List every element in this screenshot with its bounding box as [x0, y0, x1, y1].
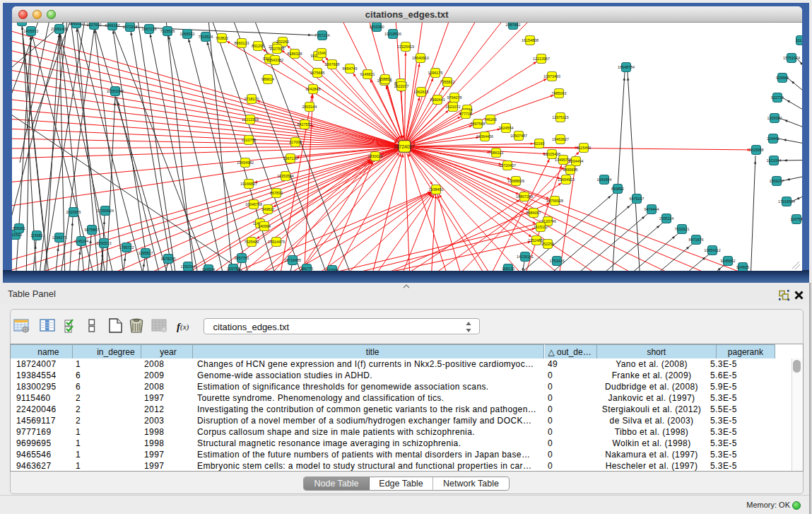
- svg-text:10654112: 10654112: [704, 248, 721, 252]
- svg-text:140994: 140994: [258, 224, 271, 228]
- svg-text:15716485: 15716485: [284, 258, 301, 262]
- svg-text:10973493: 10973493: [543, 74, 560, 78]
- svg-text:18724007: 18724007: [394, 144, 415, 149]
- svg-text:115682: 115682: [30, 233, 43, 238]
- svg-text:16154808: 16154808: [522, 38, 539, 42]
- svg-text:1621072: 1621072: [446, 105, 461, 109]
- svg-text:1071918: 1071918: [123, 25, 138, 29]
- svg-text:867833: 867833: [270, 191, 283, 195]
- svg-text:3215958: 3215958: [749, 148, 764, 152]
- svg-text:9657791: 9657791: [235, 256, 249, 260]
- svg-text:1003380: 1003380: [370, 25, 384, 29]
- svg-text:7625402: 7625402: [245, 240, 259, 244]
- svg-text:922734: 922734: [771, 95, 784, 100]
- svg-text:1405572: 1405572: [15, 23, 30, 23]
- svg-text:12975115: 12975115: [552, 115, 569, 119]
- svg-text:62160: 62160: [534, 141, 545, 146]
- svg-text:349822: 349822: [261, 207, 274, 211]
- svg-text:12213369: 12213369: [242, 117, 259, 122]
- svg-text:8427552: 8427552: [298, 122, 312, 127]
- svg-text:10543382: 10543382: [266, 58, 283, 62]
- svg-text:1569297: 1569297: [770, 179, 784, 183]
- svg-text:1640954: 1640954: [597, 177, 612, 182]
- svg-text:12213967: 12213967: [533, 57, 550, 61]
- svg-text:14136141: 14136141: [517, 255, 534, 259]
- svg-text:855061: 855061: [13, 226, 25, 230]
- svg-text:10507487: 10507487: [510, 134, 527, 138]
- svg-text:1678275: 1678275: [161, 257, 176, 261]
- svg-text:11124: 11124: [796, 38, 802, 42]
- svg-text:19654923: 19654923: [558, 177, 575, 182]
- svg-text:17016504: 17016504: [778, 199, 795, 204]
- svg-text:1096175: 1096175: [428, 71, 443, 75]
- svg-text:168133: 168133: [502, 267, 514, 271]
- svg-text:6466160: 6466160: [105, 23, 120, 28]
- svg-text:9242848: 9242848: [306, 87, 321, 91]
- svg-text:893892: 893892: [611, 187, 624, 191]
- svg-text:9084067: 9084067: [526, 211, 541, 215]
- svg-text:(x): (x): [180, 322, 189, 332]
- svg-text:124441: 124441: [767, 136, 779, 141]
- svg-text:10688609: 10688609: [507, 179, 524, 183]
- svg-text:18807249: 18807249: [516, 194, 533, 199]
- svg-text:116753: 116753: [790, 217, 801, 221]
- svg-text:763822: 763822: [216, 36, 228, 40]
- svg-text:7386322: 7386322: [489, 151, 504, 155]
- svg-text:16914479: 16914479: [268, 240, 285, 244]
- svg-text:746266: 746266: [484, 117, 497, 122]
- svg-text:1405572: 1405572: [24, 29, 39, 33]
- svg-text:7485063: 7485063: [552, 91, 567, 95]
- svg-text:8660123: 8660123: [235, 41, 249, 45]
- svg-text:1795722: 1795722: [119, 245, 134, 250]
- svg-text:7515526: 7515526: [199, 35, 213, 39]
- svg-text:2020655: 2020655: [66, 210, 81, 214]
- svg-text:1830029: 1830029: [368, 154, 383, 158]
- svg-text:19166827: 19166827: [240, 182, 257, 186]
- svg-text:9699695: 9699695: [563, 168, 578, 172]
- svg-text:232260: 232260: [276, 40, 289, 44]
- svg-text:13325419: 13325419: [397, 45, 414, 49]
- svg-text:1290513: 1290513: [97, 241, 112, 245]
- svg-text:1527602: 1527602: [87, 23, 102, 27]
- svg-text:7355812: 7355812: [440, 80, 455, 84]
- svg-text:186775: 186775: [300, 267, 313, 271]
- svg-text:17359924: 17359924: [97, 209, 114, 213]
- svg-text:1065527: 1065527: [69, 23, 84, 25]
- svg-text:137064: 137064: [326, 268, 339, 271]
- svg-text:9115460: 9115460: [577, 146, 592, 150]
- svg-text:1362615: 1362615: [414, 90, 429, 94]
- svg-text:3624554: 3624554: [499, 126, 514, 130]
- svg-text:19654982: 19654982: [237, 160, 254, 165]
- svg-text:2803144: 2803144: [302, 105, 317, 109]
- svg-text:317006: 317006: [289, 140, 302, 144]
- svg-text:2367608: 2367608: [325, 62, 340, 66]
- svg-text:6497568: 6497568: [471, 122, 486, 126]
- svg-text:1294275: 1294275: [52, 235, 67, 240]
- svg-text:9245652: 9245652: [721, 259, 736, 263]
- svg-text:1021064: 1021064: [767, 158, 782, 163]
- svg-text:10756928: 10756928: [546, 199, 563, 203]
- svg-text:3267130: 3267130: [283, 156, 298, 160]
- svg-text:1667138: 1667138: [142, 27, 157, 31]
- svg-text:24364436: 24364436: [476, 134, 493, 139]
- svg-text:11353594: 11353594: [277, 174, 294, 178]
- svg-text:1010755: 1010755: [242, 138, 257, 142]
- svg-text:252254: 252254: [541, 242, 554, 246]
- svg-text:10046768: 10046768: [245, 202, 262, 206]
- svg-text:1095817: 1095817: [139, 251, 153, 255]
- svg-text:2718170: 2718170: [245, 97, 259, 101]
- svg-text:15720407: 15720407: [499, 163, 516, 168]
- svg-text:1322037: 1322037: [394, 84, 409, 88]
- svg-text:977716: 977716: [459, 112, 472, 116]
- svg-text:18640910: 18640910: [412, 56, 429, 60]
- svg-text:1615112: 1615112: [534, 225, 548, 229]
- svg-text:924505: 924505: [736, 265, 749, 269]
- svg-text:9327505: 9327505: [270, 47, 285, 51]
- svg-text:1334494: 1334494: [569, 159, 584, 163]
- svg-text:1938450: 1938450: [429, 187, 444, 192]
- svg-text:8454749: 8454749: [343, 66, 358, 71]
- svg-text:8471676: 8471676: [689, 238, 704, 242]
- svg-text:9975867: 9975867: [85, 228, 100, 232]
- svg-text:1546: 1546: [317, 51, 326, 55]
- svg-text:1145194: 1145194: [74, 239, 89, 243]
